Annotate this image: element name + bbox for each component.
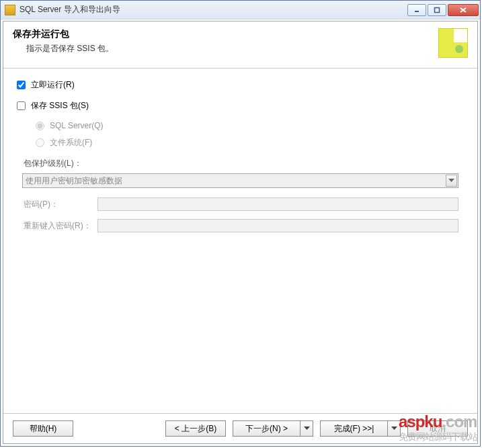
password-row: 密码(P)： — [24, 197, 458, 211]
app-icon — [5, 5, 15, 15]
chevron-down-icon — [304, 427, 310, 431]
finish-button-label: 完成(F) >>| — [334, 423, 374, 435]
run-now-row[interactable]: 立即运行(R) — [17, 79, 464, 91]
finish-button-split: 完成(F) >>| — [320, 420, 401, 437]
retype-password-input — [97, 219, 458, 232]
finish-dropdown-button[interactable] — [387, 420, 401, 437]
save-target-group: SQL Server(Q) 文件系统(F) — [17, 121, 464, 148]
maximize-icon — [434, 7, 440, 13]
page-title: 保存并运行包 — [13, 28, 436, 40]
protection-level-label: 包保护级别(L)： — [24, 158, 464, 169]
protection-level-value: 使用用户密钥加密敏感数据 — [26, 175, 122, 187]
window-controls — [407, 4, 479, 16]
svg-marker-4 — [448, 179, 454, 182]
password-label: 密码(P)： — [24, 199, 97, 210]
retype-password-row: 重新键入密码(R)： — [24, 219, 458, 232]
titlebar: SQL Server 导入和导出向导 — [1, 1, 480, 19]
protection-level-dropdown: 使用用户密钥加密敏感数据 — [22, 173, 458, 188]
radio-sqlserver-label: SQL Server(Q) — [50, 121, 104, 130]
back-button-label: < 上一步(B) — [175, 423, 216, 435]
retype-password-label: 重新键入密码(R)： — [24, 220, 97, 232]
help-button[interactable]: 帮助(H) — [13, 420, 73, 437]
next-button-split: 下一步(N) > — [233, 420, 313, 437]
radio-filesystem-row: 文件系统(F) — [36, 137, 464, 148]
button-bar: 帮助(H) < 上一步(B) 下一步(N) > 完成(F) >>| — [3, 413, 477, 443]
svg-rect-1 — [435, 7, 440, 12]
next-button-label: 下一步(N) > — [245, 423, 288, 435]
cancel-button-label: 取消 — [430, 423, 446, 435]
next-dropdown-button[interactable] — [300, 420, 313, 437]
wizard-icon — [438, 28, 468, 58]
content-area: 立即运行(R) 保存 SSIS 包(S) SQL Server(Q) 文件系统(… — [3, 69, 477, 413]
run-now-checkbox[interactable] — [17, 81, 26, 89]
dropdown-button — [446, 175, 457, 187]
save-ssis-checkbox[interactable] — [17, 101, 26, 110]
radio-filesystem-label: 文件系统(F) — [50, 137, 92, 148]
run-now-label: 立即运行(R) — [31, 79, 75, 91]
next-button[interactable]: 下一步(N) > — [233, 420, 300, 437]
cancel-button[interactable]: 取消 — [407, 420, 468, 437]
chevron-down-icon — [448, 179, 454, 183]
chevron-down-icon — [391, 427, 397, 431]
radio-sqlserver — [36, 122, 44, 130]
dialog-body: 保存并运行包 指示是否保存 SSIS 包。 立即运行(R) 保存 SSIS 包(… — [3, 21, 478, 444]
save-ssis-label: 保存 SSIS 包(S) — [31, 100, 89, 111]
password-input — [97, 197, 458, 211]
page-subtitle: 指示是否保存 SSIS 包。 — [13, 43, 436, 54]
window-title: SQL Server 导入和导出向导 — [19, 4, 407, 15]
protection-level-wrap: 使用用户密钥加密敏感数据 — [22, 173, 458, 188]
dialog-header: 保存并运行包 指示是否保存 SSIS 包。 — [3, 21, 477, 69]
outer-window: SQL Server 导入和导出向导 保存并运行包 指示是否保存 SSIS 包。 — [0, 0, 481, 447]
back-button[interactable]: < 上一步(B) — [165, 420, 226, 437]
save-ssis-row[interactable]: 保存 SSIS 包(S) — [17, 100, 464, 111]
header-text-block: 保存并运行包 指示是否保存 SSIS 包。 — [13, 28, 436, 54]
close-icon — [459, 7, 467, 13]
radio-filesystem — [36, 138, 44, 147]
close-button[interactable] — [448, 4, 479, 16]
finish-button[interactable]: 完成(F) >>| — [320, 420, 387, 437]
svg-marker-5 — [304, 427, 310, 430]
svg-marker-6 — [391, 427, 397, 430]
minimize-button[interactable] — [407, 4, 426, 16]
radio-sqlserver-row: SQL Server(Q) — [36, 121, 464, 130]
minimize-icon — [413, 7, 420, 13]
help-button-label: 帮助(H) — [30, 423, 57, 435]
maximize-button[interactable] — [428, 4, 446, 16]
